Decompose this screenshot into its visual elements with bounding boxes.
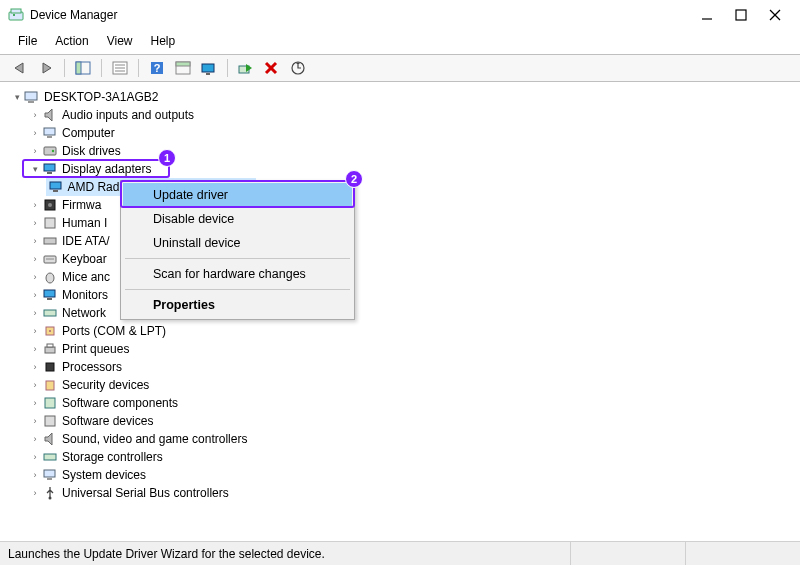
expand-toggle[interactable]: › (28, 304, 42, 322)
expand-toggle[interactable]: › (28, 106, 42, 124)
tree-item[interactable]: Universal Serial Bus controllers (62, 484, 229, 502)
keyboard-icon (42, 251, 58, 267)
app-icon (8, 7, 24, 23)
ctx-uninstall-device[interactable]: Uninstall device (123, 231, 352, 255)
tree-item[interactable]: Firmwa (62, 196, 101, 214)
expand-toggle[interactable]: › (28, 124, 42, 142)
expand-toggle[interactable]: › (28, 196, 42, 214)
tree-item[interactable]: Software devices (62, 412, 153, 430)
monitor-icon (42, 287, 58, 303)
show-hide-tree-icon[interactable] (73, 58, 93, 78)
tree-item[interactable]: Keyboar (62, 250, 107, 268)
svg-rect-53 (47, 478, 52, 480)
expand-toggle[interactable]: › (28, 358, 42, 376)
tree-item[interactable]: Mice anc (62, 268, 110, 286)
tree-item-display-adapters[interactable]: Display adapters (62, 160, 151, 178)
expand-toggle[interactable]: › (28, 250, 42, 268)
ctx-properties[interactable]: Properties (123, 293, 352, 317)
svg-rect-16 (176, 62, 190, 66)
uninstall-device-icon[interactable] (262, 58, 282, 78)
security-icon (42, 377, 58, 393)
svg-rect-23 (25, 92, 37, 100)
tree-item[interactable]: Human I (62, 214, 107, 232)
ctx-disable-device[interactable]: Disable device (123, 207, 352, 231)
menu-help[interactable]: Help (147, 32, 180, 50)
tree-item[interactable]: Disk drives (62, 142, 121, 160)
ide-icon (42, 233, 58, 249)
tree-item[interactable]: System devices (62, 466, 146, 484)
expand-toggle[interactable]: › (28, 484, 42, 502)
minimize-button[interactable] (700, 8, 714, 22)
tree-item[interactable]: Storage controllers (62, 448, 163, 466)
expand-toggle[interactable]: › (28, 412, 42, 430)
expand-toggle[interactable]: › (28, 268, 42, 286)
expand-toggle[interactable]: › (28, 340, 42, 358)
tree-item[interactable]: Audio inputs and outputs (62, 106, 194, 124)
svg-point-54 (49, 497, 52, 500)
svg-rect-31 (50, 182, 61, 189)
tree-item[interactable]: Network (62, 304, 106, 322)
expand-toggle[interactable]: › (28, 466, 42, 484)
expand-toggle[interactable]: › (28, 142, 42, 160)
expand-toggle[interactable]: › (28, 430, 42, 448)
svg-rect-17 (202, 64, 214, 72)
svg-rect-52 (44, 470, 55, 477)
update-driver-icon[interactable] (199, 58, 219, 78)
menu-action[interactable]: Action (51, 32, 92, 50)
menu-view[interactable]: View (103, 32, 137, 50)
expand-toggle[interactable]: › (28, 448, 42, 466)
svg-point-28 (52, 150, 54, 152)
scan-hardware-icon[interactable] (288, 58, 308, 78)
svg-point-44 (49, 330, 51, 332)
tree-item[interactable]: Print queues (62, 340, 129, 358)
svg-rect-1 (11, 9, 21, 13)
ctx-update-driver[interactable]: Update driver (123, 183, 352, 207)
svg-rect-32 (53, 190, 58, 192)
tree-item[interactable]: Security devices (62, 376, 149, 394)
ports-icon (42, 323, 58, 339)
tree-item[interactable]: Processors (62, 358, 122, 376)
tree-item[interactable]: Sound, video and game controllers (62, 430, 247, 448)
expand-toggle[interactable]: › (28, 322, 42, 340)
menubar: File Action View Help (0, 30, 800, 54)
help-icon[interactable]: ? (147, 58, 167, 78)
tree-item[interactable]: Ports (COM & LPT) (62, 322, 166, 340)
svg-rect-47 (46, 363, 54, 371)
expand-toggle[interactable]: › (28, 394, 42, 412)
action-properties-icon[interactable] (173, 58, 193, 78)
svg-rect-29 (44, 164, 55, 171)
display-adapter-icon (42, 161, 58, 177)
svg-rect-45 (45, 347, 55, 353)
svg-rect-25 (44, 128, 55, 135)
expand-toggle[interactable]: ▾ (10, 88, 24, 106)
svg-rect-46 (47, 344, 53, 347)
back-button[interactable] (10, 58, 30, 78)
properties-icon[interactable] (110, 58, 130, 78)
svg-rect-51 (44, 454, 56, 460)
expand-toggle[interactable]: ▾ (28, 160, 42, 178)
mouse-icon (42, 269, 58, 285)
svg-rect-24 (28, 101, 34, 103)
system-device-icon (42, 467, 58, 483)
display-adapter-icon (48, 179, 63, 195)
tree-item[interactable]: Computer (62, 124, 115, 142)
tree-item[interactable]: Monitors (62, 286, 108, 304)
tree-root[interactable]: DESKTOP-3A1AGB2 (44, 88, 159, 106)
expand-toggle[interactable]: › (28, 214, 42, 232)
svg-point-39 (46, 273, 54, 283)
expand-toggle[interactable]: › (28, 286, 42, 304)
disk-icon (42, 143, 58, 159)
expand-toggle[interactable]: › (28, 232, 42, 250)
close-button[interactable] (768, 8, 782, 22)
ctx-scan-hardware[interactable]: Scan for hardware changes (123, 262, 352, 286)
maximize-button[interactable] (734, 8, 748, 22)
svg-rect-41 (47, 298, 52, 300)
enable-device-icon[interactable] (236, 58, 256, 78)
tree-item[interactable]: IDE ATA/ (62, 232, 110, 250)
forward-button[interactable] (36, 58, 56, 78)
menu-file[interactable]: File (14, 32, 41, 50)
svg-rect-26 (47, 136, 52, 138)
tree-item[interactable]: Software components (62, 394, 178, 412)
expand-toggle[interactable]: › (28, 376, 42, 394)
svg-point-34 (48, 203, 52, 207)
